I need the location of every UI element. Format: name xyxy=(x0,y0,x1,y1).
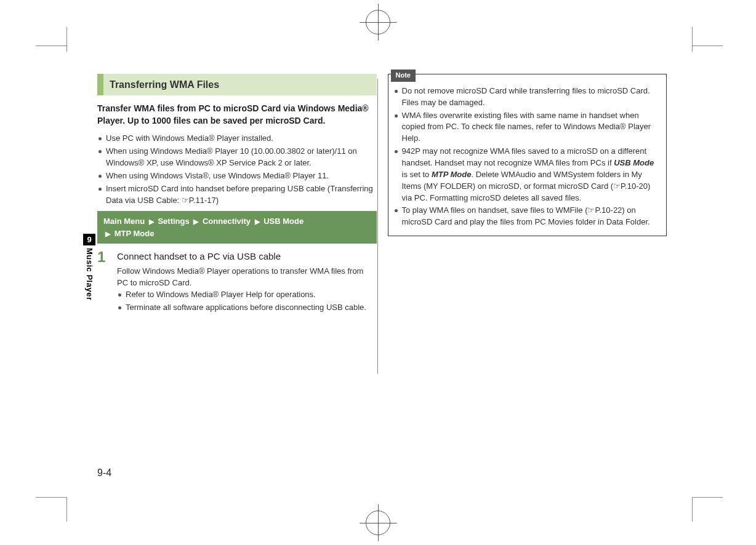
chapter-number: 9 xyxy=(83,234,95,245)
chapter-label: Music Player xyxy=(85,248,94,301)
crop-top-right xyxy=(680,27,723,58)
step-title: Connect handset to a PC via USB cable xyxy=(117,250,377,263)
right-column: Note Do not remove microSD Card while tr… xyxy=(388,74,667,455)
list-item: Terminate all software applications befo… xyxy=(117,302,377,314)
list-item: When using Windows Vista®, use Windows M… xyxy=(97,170,377,182)
column-divider xyxy=(377,79,378,374)
note-label: Note xyxy=(391,70,416,82)
note-box: Note Do not remove microSD Card while tr… xyxy=(388,74,667,236)
side-tab: 9 Music Player xyxy=(83,234,95,301)
menu-segment: USB Mode xyxy=(263,217,304,226)
chevron-right-icon: ▶ xyxy=(191,218,200,225)
list-item: To play WMA files on handset, save files… xyxy=(393,205,662,228)
step-body: Connect handset to a PC via USB cable Fo… xyxy=(117,250,377,314)
list-item: WMA files overwrite existing files with … xyxy=(393,110,662,145)
menu-path: Main Menu ▶ Settings ▶ Connectivity ▶ US… xyxy=(97,211,377,244)
chevron-right-icon: ▶ xyxy=(103,230,112,237)
list-item: Refer to Windows Media® Player Help for … xyxy=(117,289,377,301)
menu-segment: Main Menu xyxy=(103,217,145,226)
crop-bottom-right xyxy=(680,491,723,522)
section-header: Transferring WMA Files xyxy=(97,74,377,95)
menu-segment: Settings xyxy=(158,217,189,226)
step-sub-bullets: Refer to Windows Media® Player Help for … xyxy=(117,289,377,314)
step-number: 1 xyxy=(97,250,110,314)
list-item: Do not remove microSD Card while transfe… xyxy=(393,86,662,109)
left-column: Transferring WMA Files Transfer WMA file… xyxy=(97,74,377,455)
page-content: Transferring WMA Files Transfer WMA file… xyxy=(97,74,667,455)
list-item: When using Windows Media® Player 10 (10.… xyxy=(97,146,377,169)
list-item: Insert microSD Card into handset before … xyxy=(97,183,377,207)
reg-mark-top xyxy=(366,10,390,34)
chevron-right-icon: ▶ xyxy=(253,218,262,225)
reg-mark-bottom xyxy=(366,511,390,535)
crop-bottom-left xyxy=(36,491,79,522)
menu-segment: MTP Mode xyxy=(115,229,155,238)
chevron-right-icon: ▶ xyxy=(147,218,156,225)
step-1: 1 Connect handset to a PC via USB cable … xyxy=(97,250,377,314)
step-desc: Follow Windows Media® Player operations … xyxy=(117,266,377,289)
page-number: 9-4 xyxy=(97,467,111,479)
intro-paragraph: Transfer WMA files from PC to microSD Ca… xyxy=(97,103,377,127)
menu-segment: Connectivity xyxy=(203,217,251,226)
crop-top-left xyxy=(36,27,79,58)
note-bullets: Do not remove microSD Card while transfe… xyxy=(393,86,662,228)
intro-bullets: Use PC with Windows Media® Player instal… xyxy=(97,133,377,206)
list-item: Use PC with Windows Media® Player instal… xyxy=(97,133,377,145)
list-item: 942P may not recognize WMA files saved t… xyxy=(393,146,662,204)
